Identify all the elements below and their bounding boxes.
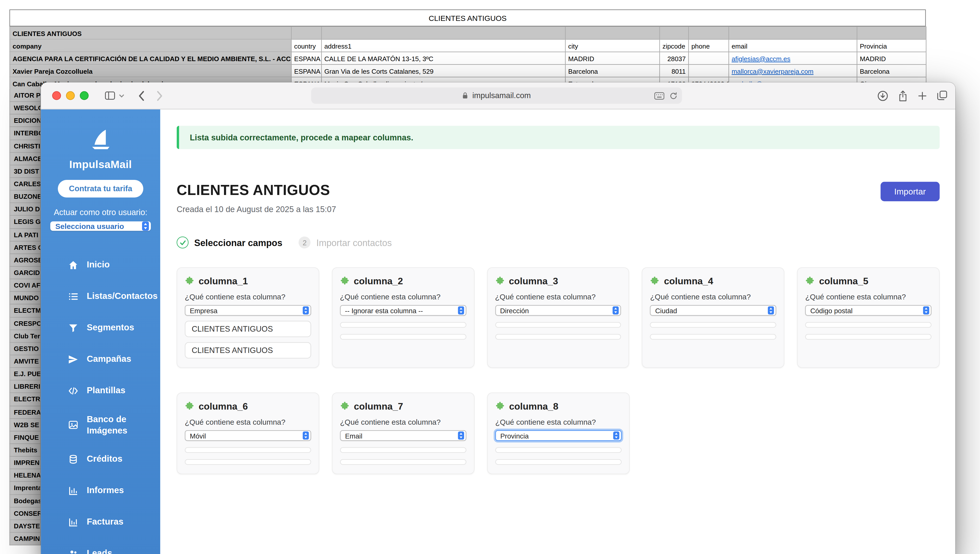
spreadsheet-cell[interactable]: Barcelona (565, 64, 660, 77)
share-icon[interactable] (897, 89, 908, 102)
spreadsheet-company-cell[interactable]: WESOLO (10, 102, 41, 115)
spreadsheet-company-cell[interactable]: AITOR P (10, 89, 41, 102)
column-type-select[interactable]: -- Ignorar esta columna -- (340, 305, 466, 316)
spreadsheet-cell[interactable]: Xavier Pareja Cozcolluela (10, 64, 291, 77)
spreadsheet-company-cell[interactable]: IMPREN (10, 457, 41, 469)
spreadsheet-company-cell[interactable]: CHRISTI (10, 140, 41, 152)
sidebar-item-inicio[interactable]: Inicio (41, 250, 161, 280)
reload-icon[interactable] (670, 92, 678, 100)
column-type-select[interactable]: Empresa (185, 305, 311, 316)
spreadsheet-company-cell[interactable]: Bodegas (10, 495, 41, 507)
close-button[interactable] (52, 91, 61, 100)
spreadsheet-cell[interactable] (689, 27, 729, 39)
spreadsheet-company-cell[interactable]: HELENA (10, 469, 41, 482)
spreadsheet-company-cell[interactable]: CRESPO (10, 317, 41, 330)
email-link[interactable]: mallorca@xavierpareja.com (732, 67, 814, 75)
tab-overview-icon[interactable] (937, 90, 948, 101)
spreadsheet-company-cell[interactable]: Thebits (10, 444, 41, 457)
spreadsheet-company-cell[interactable]: JULIO D (10, 203, 41, 216)
sidebar-item-creditos[interactable]: Créditos (41, 444, 161, 474)
spreadsheet-company-cell[interactable]: AMVITE (10, 355, 41, 368)
spreadsheet-cell[interactable] (291, 27, 321, 39)
spreadsheet-company-cell[interactable]: Imprenta (10, 482, 41, 495)
column-type-select[interactable]: Email (340, 430, 467, 441)
spreadsheet-company-cell[interactable]: GESTIO (10, 343, 41, 355)
spreadsheet-company-cell[interactable]: DAYSTE (10, 520, 41, 533)
spreadsheet-cell[interactable]: AGENCIA PARA LA CERTIFICACIÓN DE LA CALI… (10, 52, 291, 64)
spreadsheet-company-cell[interactable]: ELECTR (10, 393, 41, 406)
sidebar-item-segmentos[interactable]: Segmentos (41, 313, 161, 343)
spreadsheet-cell[interactable] (689, 52, 729, 64)
spreadsheet-company-cell[interactable]: FEDERA (10, 406, 41, 419)
spreadsheet-cell[interactable]: Barcelona (857, 64, 926, 77)
spreadsheet-company-cell[interactable]: CAMPIN (10, 533, 41, 545)
spreadsheet-company-cell[interactable]: AGROSE (10, 254, 41, 267)
spreadsheet-company-cell[interactable]: GARCID (10, 267, 41, 279)
spreadsheet-header-cell[interactable]: email (729, 39, 857, 52)
spreadsheet-cell[interactable]: mallorca@xavierpareja.com (729, 64, 857, 77)
spreadsheet-header-cell[interactable]: city (565, 39, 660, 52)
user-select[interactable]: Selecciona usuario (50, 221, 151, 231)
spreadsheet-cell[interactable] (660, 27, 689, 39)
sidebar-item-facturas[interactable]: Facturas (41, 507, 161, 537)
spreadsheet-header-cell[interactable]: company (10, 39, 291, 52)
spreadsheet-cell[interactable]: Gran Via de les Corts Catalanes, 529 (321, 64, 565, 77)
spreadsheet-company-cell[interactable]: COVI AF (10, 279, 41, 292)
spreadsheet-cell[interactable]: MADRID (857, 52, 926, 64)
sidebar-item-campanas[interactable]: Campañas (41, 344, 161, 374)
spreadsheet-company-cell[interactable]: W2B SE (10, 419, 41, 431)
back-icon[interactable] (138, 90, 145, 101)
spreadsheet-cell[interactable]: ESPANA (291, 52, 321, 64)
new-tab-icon[interactable] (917, 90, 928, 101)
column-type-select[interactable]: Dirección (495, 305, 621, 316)
column-type-select[interactable]: Ciudad (650, 305, 776, 316)
column-type-select[interactable]: Provincia (495, 430, 622, 441)
column-type-select[interactable]: Móvil (185, 430, 311, 441)
translate-icon[interactable] (654, 92, 665, 100)
spreadsheet-company-cell[interactable]: CONSER (10, 508, 41, 520)
spreadsheet-cell[interactable] (321, 27, 565, 39)
downloads-icon[interactable] (877, 89, 889, 102)
spreadsheet-company-cell[interactable]: BUZONE (10, 191, 41, 203)
forward-icon[interactable] (156, 90, 163, 101)
spreadsheet-company-cell[interactable]: INTERBO (10, 127, 41, 140)
spreadsheet-company-cell[interactable]: 3D DIST (10, 165, 41, 178)
minimize-button[interactable] (66, 91, 75, 100)
spreadsheet-header-cell[interactable]: Provincia (857, 39, 926, 52)
spreadsheet-cell[interactable]: 28037 (660, 52, 689, 64)
spreadsheet-header-cell[interactable]: country (291, 39, 321, 52)
sidebar-toggle-icon[interactable] (104, 91, 116, 101)
address-bar[interactable]: impulsamail.com (311, 88, 682, 104)
spreadsheet-cell[interactable] (729, 27, 857, 39)
spreadsheet-company-cell[interactable]: MUNDO (10, 292, 41, 305)
spreadsheet-company-cell[interactable]: FINQUE (10, 431, 41, 444)
spreadsheet-header-cell[interactable]: phone (689, 39, 729, 52)
sidebar-item-informes[interactable]: Informes (41, 476, 161, 506)
chevron-down-icon[interactable] (119, 93, 125, 99)
contrata-tarifa-button[interactable]: Contrata tu tarifa (57, 180, 143, 198)
sidebar-item-leads[interactable]: Leads (41, 538, 161, 554)
importar-button[interactable]: Importar (880, 182, 940, 201)
sidebar-item-listas-contactos[interactable]: Listas/Contactos (41, 281, 161, 311)
spreadsheet-cell[interactable]: afiglesias@accm.es (729, 52, 857, 64)
spreadsheet-company-cell[interactable]: LEGIS G (10, 216, 41, 229)
spreadsheet-cell[interactable]: MADRID (565, 52, 660, 64)
spreadsheet-cell[interactable]: 8011 (660, 64, 689, 77)
spreadsheet-company-cell[interactable]: ARTES G (10, 241, 41, 254)
zoom-button[interactable] (80, 91, 89, 100)
spreadsheet-company-cell[interactable]: Club Ter (10, 330, 41, 343)
column-type-select[interactable]: Código postal (805, 305, 931, 316)
sidebar-item-banco-de-imagenes[interactable]: Banco de Imágenes (41, 407, 161, 443)
spreadsheet-company-cell[interactable]: LA PATI (10, 229, 41, 241)
spreadsheet-company-cell[interactable]: LIBRERI (10, 381, 41, 393)
sidebar-item-plantillas[interactable]: Plantillas (41, 376, 161, 406)
spreadsheet-company-cell[interactable]: CARLES (10, 178, 41, 190)
spreadsheet-company-cell[interactable]: EDICION (10, 115, 41, 127)
spreadsheet-cell[interactable] (857, 27, 926, 39)
spreadsheet-header-cell[interactable]: address1 (321, 39, 565, 52)
spreadsheet-company-cell[interactable]: ELECTM (10, 305, 41, 317)
spreadsheet-cell[interactable]: CLIENTES ANTIGUOS (10, 27, 291, 39)
spreadsheet-company-cell[interactable]: ALMACE (10, 153, 41, 165)
spreadsheet-cell[interactable] (565, 27, 660, 39)
spreadsheet-cell[interactable] (689, 64, 729, 77)
